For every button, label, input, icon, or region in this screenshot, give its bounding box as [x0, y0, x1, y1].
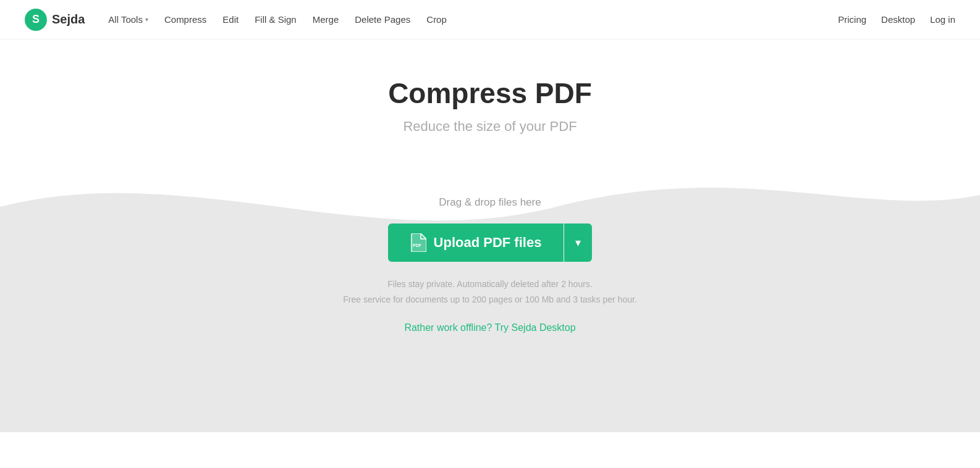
upload-button-label: Upload PDF files: [434, 235, 542, 251]
privacy-line1: Files stay private. Automatically delete…: [343, 277, 637, 292]
nav-fill-sign[interactable]: Fill & Sign: [248, 10, 303, 28]
page-title: Compress PDF: [12, 77, 968, 110]
privacy-info: Files stay private. Automatically delete…: [343, 277, 637, 307]
nav-compress[interactable]: Compress: [158, 10, 213, 28]
upload-pdf-button[interactable]: PDF Upload PDF files: [388, 224, 564, 262]
svg-text:PDF: PDF: [413, 243, 422, 248]
nav-login[interactable]: Log in: [930, 14, 955, 25]
nav-edit[interactable]: Edit: [216, 10, 245, 28]
hero-section: Compress PDF Reduce the size of your PDF: [0, 40, 980, 159]
upload-dropdown-button[interactable]: ▾: [564, 224, 592, 262]
main-nav: All Tools ▾ Compress Edit Fill & Sign Me…: [102, 10, 452, 28]
upload-button-group: PDF Upload PDF files ▾: [388, 224, 593, 262]
nav-delete-pages[interactable]: Delete Pages: [348, 10, 416, 28]
nav-pricing[interactable]: Pricing: [838, 14, 866, 25]
nav-merge[interactable]: Merge: [306, 10, 345, 28]
upload-section: Drag & drop files here PDF Upload PDF fi…: [0, 159, 980, 432]
nav-left: S Sejda All Tools ▾ Compress Edit Fill &…: [25, 9, 453, 31]
chevron-down-icon: ▾: [575, 236, 581, 249]
drag-drop-label: Drag & drop files here: [439, 196, 541, 209]
privacy-line2: Free service for documents up to 200 pag…: [343, 292, 637, 307]
chevron-down-icon: ▾: [145, 16, 148, 23]
logo[interactable]: S Sejda: [25, 9, 85, 31]
upload-area: Drag & drop files here PDF Upload PDF fi…: [0, 159, 980, 383]
nav-right: Pricing Desktop Log in: [838, 14, 955, 25]
logo-icon: S: [25, 9, 47, 31]
offline-link[interactable]: Rather work offline? Try Sejda Desktop: [404, 322, 575, 333]
logo-text: Sejda: [52, 12, 85, 27]
nav-crop[interactable]: Crop: [420, 10, 453, 28]
hero-subtitle: Reduce the size of your PDF: [12, 119, 968, 135]
nav-all-tools[interactable]: All Tools ▾: [102, 10, 154, 28]
header: S Sejda All Tools ▾ Compress Edit Fill &…: [0, 0, 980, 40]
pdf-file-icon: PDF: [410, 233, 426, 252]
nav-desktop[interactable]: Desktop: [881, 14, 915, 25]
